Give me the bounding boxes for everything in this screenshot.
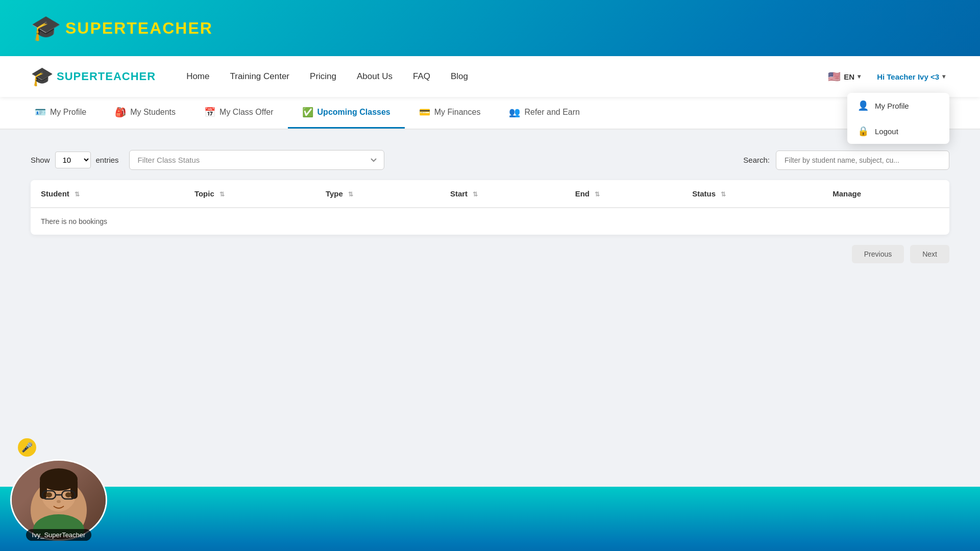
col-manage-label: Manage — [832, 189, 861, 198]
col-manage: Manage — [822, 180, 949, 208]
search-input[interactable] — [776, 151, 949, 170]
sort-type-icon: ⇅ — [348, 191, 353, 198]
dropdown-logout[interactable]: 🔒 Logout — [847, 118, 949, 144]
svg-point-9 — [65, 492, 71, 497]
nav-logo-icon: 🎓 — [31, 66, 54, 87]
data-table-wrapper: Student ⇅ Topic ⇅ Type ⇅ Start ⇅ — [31, 180, 949, 235]
hero-bar: 🎓 SUPERTEACHER — [0, 0, 980, 56]
hero-logo: 🎓 SUPERTEACHER — [31, 14, 213, 42]
col-type-label: Type — [326, 189, 343, 198]
nav-right: 🇺🇸 EN ▾ Hi Teacher Ivy <3 ▾ 👤 My Profile… — [824, 68, 949, 85]
col-topic-label: Topic — [194, 189, 214, 198]
tab-my-students-label: My Students — [130, 108, 176, 117]
navbar: 🎓 SUPERTEACHER Home Training Center Pric… — [0, 56, 980, 97]
sort-end-icon: ⇅ — [595, 191, 600, 198]
tab-my-finances[interactable]: 💳 My Finances — [405, 97, 495, 129]
col-student[interactable]: Student ⇅ — [31, 180, 184, 208]
nav-blog[interactable]: Blog — [451, 71, 468, 82]
nav-pricing[interactable]: Pricing — [310, 71, 336, 82]
nav-links: Home Training Center Pricing About Us FA… — [186, 71, 824, 82]
dropdown-my-profile-label: My Profile — [875, 102, 909, 110]
nav-logo: 🎓 SUPERTEACHER — [31, 66, 156, 87]
video-feed — [12, 461, 106, 539]
sort-topic-icon: ⇅ — [219, 191, 225, 198]
tab-my-class-offer-icon: 📅 — [204, 107, 215, 118]
table-body: There is no bookings — [31, 208, 949, 235]
no-bookings-message: There is no bookings — [31, 208, 949, 235]
next-button[interactable]: Next — [910, 245, 949, 263]
pagination-area: Previous Next — [31, 245, 949, 263]
tab-my-profile[interactable]: 🪪 My Profile — [20, 97, 101, 129]
data-table: Student ⇅ Topic ⇅ Type ⇅ Start ⇅ — [31, 180, 949, 235]
tab-bar: 🪪 My Profile 🎒 My Students 📅 My Class Of… — [0, 97, 980, 130]
entries-label: entries — [96, 156, 119, 164]
table-controls: Show 10 25 50 100 entries Filter Class S… — [31, 150, 949, 170]
hero-logo-icon: 🎓 — [31, 14, 61, 42]
nav-brand-teacher: TEACHER — [98, 70, 156, 83]
show-entries-group: Show 10 25 50 100 entries — [31, 152, 119, 168]
dropdown-my-profile[interactable]: 👤 My Profile — [847, 93, 949, 118]
nav-brand-super: SUPER — [57, 70, 98, 83]
col-student-label: Student — [41, 189, 69, 198]
col-end[interactable]: End ⇅ — [565, 180, 682, 208]
lang-label: EN — [844, 72, 854, 81]
nav-faq[interactable]: FAQ — [413, 71, 430, 82]
search-label: Search: — [743, 156, 770, 164]
tab-my-profile-icon: 🪪 — [35, 107, 46, 118]
table-row: There is no bookings — [31, 208, 949, 235]
tab-upcoming-classes-icon: ✅ — [302, 107, 313, 118]
sort-student-icon: ⇅ — [75, 191, 80, 198]
lang-selector[interactable]: 🇺🇸 EN ▾ — [824, 68, 865, 85]
col-topic[interactable]: Topic ⇅ — [184, 180, 315, 208]
svg-point-8 — [46, 492, 52, 497]
dropdown-logout-label: Logout — [875, 127, 898, 136]
tab-my-class-offer[interactable]: 📅 My Class Offer — [190, 97, 288, 129]
tab-refer-earn-label: Refer and Earn — [524, 108, 580, 117]
video-avatar-svg — [28, 464, 89, 536]
sort-start-icon: ⇅ — [473, 191, 478, 198]
col-type[interactable]: Type ⇅ — [315, 180, 440, 208]
search-group: Search: — [743, 151, 949, 170]
nav-home[interactable]: Home — [186, 71, 209, 82]
brand-teacher: TEACHER — [127, 19, 213, 37]
mic-icon: 🎤 — [21, 442, 33, 453]
nav-logo-text: SUPERTEACHER — [57, 70, 156, 83]
col-end-label: End — [575, 189, 590, 198]
tab-my-finances-label: My Finances — [434, 108, 481, 117]
profile-icon: 👤 — [857, 100, 869, 111]
filter-class-status[interactable]: Filter Class Status Active Cancelled Com… — [129, 150, 384, 170]
bottom-area — [0, 487, 980, 551]
sort-status-icon: ⇅ — [721, 191, 726, 198]
col-status[interactable]: Status ⇅ — [682, 180, 822, 208]
user-chevron-icon: ▾ — [942, 73, 945, 80]
logout-icon: 🔒 — [857, 126, 869, 137]
tab-upcoming-classes-label: Upcoming Classes — [317, 108, 390, 117]
svg-rect-4 — [70, 479, 78, 499]
tab-my-students[interactable]: 🎒 My Students — [101, 97, 190, 129]
brand-super: SUPER — [65, 19, 127, 37]
user-greeting: Hi Teacher Ivy <3 — [877, 72, 939, 81]
hero-logo-text: SUPERTEACHER — [65, 19, 213, 38]
show-label: Show — [31, 156, 50, 164]
previous-button[interactable]: Previous — [852, 245, 904, 263]
mic-button[interactable]: 🎤 — [18, 438, 36, 457]
table-header-row: Student ⇅ Topic ⇅ Type ⇅ Start ⇅ — [31, 180, 949, 208]
svg-rect-3 — [40, 479, 47, 499]
tab-my-class-offer-label: My Class Offer — [219, 108, 274, 117]
tab-upcoming-classes[interactable]: ✅ Upcoming Classes — [288, 97, 405, 129]
col-start-label: Start — [450, 189, 468, 198]
user-menu-button[interactable]: Hi Teacher Ivy <3 ▾ — [873, 70, 949, 83]
tab-my-finances-icon: 💳 — [419, 107, 430, 118]
svg-point-10 — [57, 500, 61, 503]
video-overlay — [10, 459, 107, 541]
flag-icon: 🇺🇸 — [828, 70, 841, 83]
tab-refer-earn[interactable]: 👥 Refer and Earn — [495, 97, 594, 129]
col-status-label: Status — [692, 189, 716, 198]
entries-select[interactable]: 10 25 50 100 — [55, 152, 91, 168]
nav-about-us[interactable]: About Us — [357, 71, 393, 82]
user-dropdown: 👤 My Profile 🔒 Logout — [847, 93, 949, 144]
tab-refer-earn-icon: 👥 — [509, 107, 520, 118]
nav-training-center[interactable]: Training Center — [230, 71, 290, 82]
tab-my-profile-label: My Profile — [50, 108, 86, 117]
col-start[interactable]: Start ⇅ — [440, 180, 565, 208]
